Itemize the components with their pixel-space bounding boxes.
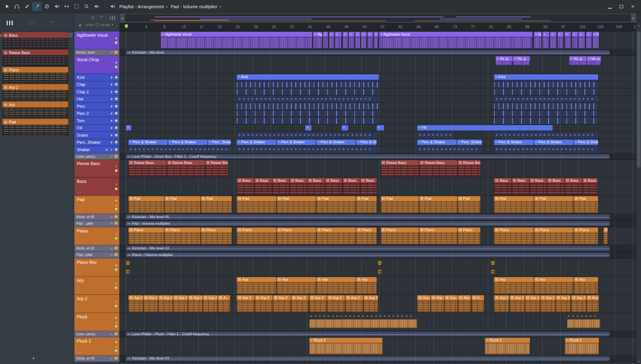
track-enabled-led[interactable] xyxy=(115,66,118,68)
clip-arp-2[interactable]: ▤Arp 2 xyxy=(173,295,188,312)
grid-row-ngithwele-vocal[interactable]: »Ngithwele Vocal»Ng..l»»»»»»»»»»Ngithwel… xyxy=(120,31,636,50)
grid-row-perc[interactable] xyxy=(120,103,636,110)
picker-item-header[interactable]: ▤Pad xyxy=(2,119,68,124)
clip-arp-2[interactable]: ▤Arp 2 xyxy=(364,295,378,312)
clip-perc[interactable] xyxy=(237,103,379,109)
grid-row-pian-iplier[interactable]: ∞Piano - Volume multiplier xyxy=(120,252,636,258)
clip-pad[interactable]: ▤Pad xyxy=(494,196,534,213)
clip-perc-shaker[interactable]: »Perc & Shaker xyxy=(277,139,316,145)
grid-row-arp[interactable]: ▤Arp▤Arp▤Arp▤Arp▤Arp▤Arp▤Arp xyxy=(120,276,636,294)
pan-knob-icon[interactable]: + xyxy=(110,90,113,94)
note-icon[interactable]: ♪ xyxy=(115,232,117,236)
clip-ngithwele-vocal[interactable]: » xyxy=(368,32,373,49)
clip-clap[interactable] xyxy=(494,82,598,88)
clip-piano[interactable]: ▤Piano xyxy=(574,228,598,244)
mute-icon[interactable] xyxy=(52,2,61,11)
clip-arp-2[interactable]: ▤Arp 2 xyxy=(158,295,172,312)
clip-arp-2[interactable]: ▤Arp 2 xyxy=(327,295,345,312)
track-header-ngithwele-vocal[interactable]: Ngithwele Vocal...+ xyxy=(74,31,119,50)
clip-perc-shaker[interactable]: »Perc & Shaker xyxy=(356,139,376,145)
picker-item-arp-2[interactable]: ▤Arp 2 xyxy=(2,84,68,101)
grid-row-pluck[interactable]: » » » » » » » » » » » » » » » » » » » » … xyxy=(120,313,636,331)
clip-piano-rev[interactable]: » xyxy=(126,261,130,265)
track-header-clap-2[interactable]: Clap 2+ xyxy=(74,88,119,96)
pan-knob-icon[interactable]: + xyxy=(115,263,118,267)
clip-fill[interactable]: » xyxy=(342,125,348,131)
speaker-icon[interactable] xyxy=(108,2,117,11)
track-header-perc-shaker[interactable]: Perc..Shaker+ xyxy=(74,139,119,146)
clip-ngithwele-vocal[interactable]: » xyxy=(342,32,348,49)
picker-item-header[interactable]: ▤Bass xyxy=(2,32,68,38)
track-enabled-led[interactable] xyxy=(115,126,118,129)
clip-clap-2[interactable] xyxy=(494,89,598,95)
pan-knob-icon[interactable]: + xyxy=(106,148,108,152)
clip-pluck-2[interactable]: »Pluck 2 xyxy=(565,338,599,354)
arrangement-thumbnail[interactable] xyxy=(125,14,630,22)
clip-arp[interactable]: ▤Arp xyxy=(277,277,316,294)
draw-icon[interactable] xyxy=(22,2,32,11)
picker-item-reese-bass[interactable]: ▤Reese Bass xyxy=(2,50,68,66)
clip-bass[interactable]: ▤Bass xyxy=(565,178,582,195)
headphones-icon[interactable] xyxy=(12,2,22,11)
track-header-snare[interactable]: Snare+ xyxy=(74,132,119,139)
track-header-arp[interactable]: Arp...♪ xyxy=(74,276,119,294)
clip-n-l[interactable]: »N..l xyxy=(534,32,542,49)
track-enabled-led[interactable] xyxy=(115,268,118,271)
clip-fill[interactable]: » xyxy=(305,125,312,131)
pan-knob-icon[interactable]: + xyxy=(110,133,113,137)
clip-piano[interactable]: ▤Piano xyxy=(316,228,356,244)
clip-bass[interactable]: ▤Bass xyxy=(272,178,289,195)
track-header-perc-2[interactable]: Perc 2+ xyxy=(74,110,119,117)
grid-row-pad[interactable]: ▤Pad▤Pad▤Pad▤Pad▤Pad▤Pad▤Pad▤Pad▤Pad▤Pad… xyxy=(120,196,636,214)
clip-snare[interactable]: » » » » » » » » xyxy=(417,132,453,138)
clip-arp-2[interactable]: ▤Arp 2 xyxy=(128,295,143,312)
track-header-clap[interactable]: Clap+ xyxy=(74,81,119,88)
clip-piano[interactable]: ▤Piano xyxy=(200,228,232,244)
clip-clap[interactable] xyxy=(237,82,379,88)
track-enabled-led[interactable] xyxy=(115,349,118,352)
clip-arp-2[interactable]: ▤Arp 2 xyxy=(309,295,327,312)
scroll-right-icon[interactable]: ▸ xyxy=(631,13,636,23)
clip-ngithwele-vocal[interactable]: » xyxy=(323,32,328,49)
pan-knob-icon[interactable]: + xyxy=(115,198,118,202)
clip-piano[interactable]: ▤Piano xyxy=(237,228,276,244)
clip-arp-2[interactable]: ▤Arp 2 xyxy=(431,295,444,312)
grid-row-piano-rev[interactable]: »◀»◀»◀ xyxy=(120,258,636,276)
grid-row-pluck-2[interactable]: »Pluck 2»Pluck 2»Pluck 2 xyxy=(120,337,636,355)
clip-pad[interactable]: ▤Pad xyxy=(380,196,419,213)
clip-ngithwele-vocal[interactable]: » xyxy=(374,32,378,49)
clip-love-philter-pluck-filter-1-cutoff-frequency[interactable]: ∞Love Philter - Pluck - Filter 1 - Cutof… xyxy=(126,331,610,336)
clip-perc-shaker[interactable]: »Perc & Shaker xyxy=(168,139,208,145)
track-enabled-led[interactable] xyxy=(115,325,118,328)
pan-knob-icon[interactable]: + xyxy=(115,340,118,344)
picker-item-preview[interactable] xyxy=(2,73,68,84)
clip-arp-2[interactable]: ▤Arp 2 xyxy=(203,295,217,312)
clip-arp-2[interactable]: ▤Arp 2 xyxy=(291,295,309,312)
vertical-scrollbar[interactable]: ▴ ▾ xyxy=(636,23,641,364)
clip-pluck-2[interactable]: »Pluck 2 xyxy=(485,338,530,354)
track-enabled-led[interactable] xyxy=(115,42,118,44)
grid-row-kickst-level[interactable]: ∞Kickstart - Mix level xyxy=(120,50,636,56)
picker-item-pad[interactable]: ▤Pad xyxy=(2,119,68,136)
clip-perc-2[interactable] xyxy=(494,110,598,116)
clip-ngithwele-vocal[interactable]: »Ngithwele Vocal xyxy=(379,32,532,49)
grid-row-vocal-chop[interactable]: »Vo..p»Vo..p»Vo..p»Vo..p xyxy=(120,56,636,74)
clip-perc-shaker[interactable]: »Perc..Shaker xyxy=(208,139,231,145)
clip-ngithwele-vocal[interactable]: » xyxy=(329,32,334,49)
track-enabled-led[interactable] xyxy=(115,98,118,100)
clip-ngithwele-vocal[interactable]: » xyxy=(355,32,360,49)
clip-bass[interactable]: ▤Bass xyxy=(512,178,529,195)
clip-pad[interactable]: ▤Pad xyxy=(200,196,232,213)
grid-row-kicks-el-5[interactable]: ∞Kickstart - Mix level #5 xyxy=(120,214,636,220)
clip-pad[interactable]: ▤Pad xyxy=(164,196,200,213)
clip-ngithwele-vocal[interactable]: » xyxy=(550,32,557,49)
grid-row-kicks-el-2[interactable]: ∞Kickstart - Mix level #2 xyxy=(120,245,636,252)
clip-ngithwele-vocal[interactable]: » xyxy=(348,32,354,49)
clip-piano-rev[interactable]: » xyxy=(378,261,382,265)
clip-piano[interactable]: ▤Piano xyxy=(534,228,573,244)
close-button[interactable]: × xyxy=(627,2,638,10)
track-enabled-led[interactable] xyxy=(115,76,118,79)
clip-bass[interactable]: ▤Bass xyxy=(360,178,376,195)
clip-ngithwele-vocal[interactable]: » xyxy=(335,32,342,49)
picker-item-piano[interactable]: ▤Piano xyxy=(2,67,68,84)
